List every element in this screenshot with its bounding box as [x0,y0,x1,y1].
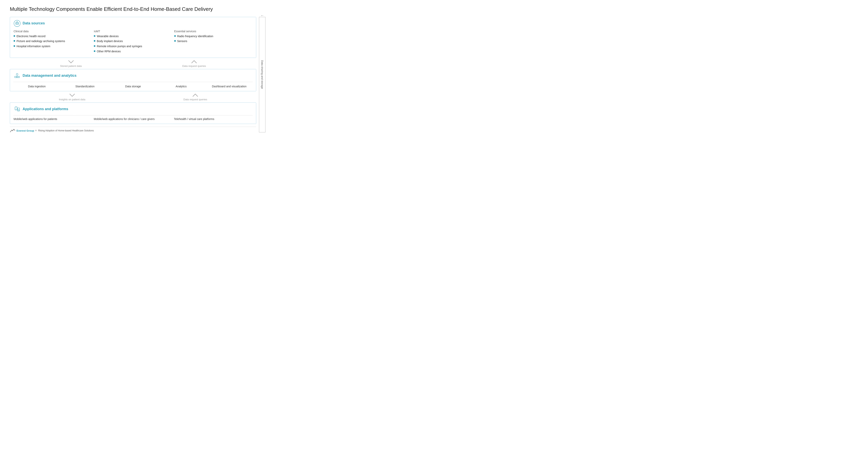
flow-2-left: Insights on patient data [59,93,85,101]
footer-logo: Everest Group® [10,129,37,132]
everest-group-logo-icon [10,129,16,132]
list-item: Body implant devices [94,39,172,43]
list-item: Other RPM devices [94,50,172,54]
dm-col-4: Analytics [158,84,205,88]
essential-services-list: Radio frequency identification Sensors [174,34,252,43]
flow-1-right: Data request queries [182,60,206,67]
chevron-down-icon [68,60,74,64]
data-sources-section: Data sources Clinical data Electronic he… [10,17,256,58]
left-content: Data sources Clinical data Electronic he… [10,17,256,132]
list-item: Picture and radiology archiving systems [13,39,92,43]
data-sources-grid: Clinical data Electronic health record P… [13,30,252,55]
list-item: Electronic health record [13,34,92,38]
bullet-icon [94,45,95,47]
dm-col-3: Data storage [110,84,156,88]
bullet-icon [174,35,176,37]
flow-2: Insights on patient data Data request qu… [10,91,256,102]
dm-col-1: Data ingestion [13,84,60,88]
list-item: Hospital information system [13,44,92,49]
svg-point-5 [17,21,18,22]
svg-point-7 [16,73,18,75]
footer: Everest Group® Rising Adoption of Home-b… [10,127,256,132]
flow-1: Stored patient data Data request queries [10,58,256,69]
clinical-data-column: Clinical data Electronic health record P… [13,30,92,55]
data-sources-header: Data sources [13,20,252,27]
applications-section: Applications and platforms Mobile/web ap… [10,102,256,124]
main-layout: Data sources Clinical data Electronic he… [10,17,266,132]
applications-grid: Mobile/web applications for patients Mob… [13,117,252,121]
footer-registered: ® [35,130,37,131]
app-item-2: Mobile/web applications for clinicians /… [94,117,173,121]
iomt-list: Wearable devices Body implant devices Re… [94,34,172,53]
footer-brand-name: Everest Group [17,129,34,132]
list-item: Radio frequency identification [174,34,252,38]
essential-services-title: Essential services [174,30,252,33]
dm-col-2: Standardization [62,84,108,88]
chevron-up-icon-2 [192,93,198,97]
iomt-title: IoMT [94,30,172,33]
bullet-icon [13,40,15,42]
app-item-1: Mobile/web applications for patients [13,117,92,121]
footer-text: Rising Adoption of Home-based Healthcare… [38,129,94,132]
flow-2-left-label: Insights on patient data [59,98,85,101]
clinical-data-title: Clinical data [13,30,92,33]
data-management-grid: Data ingestion Standardization Data stor… [13,84,252,88]
essential-services-column: Essential services Radio frequency ident… [174,30,252,55]
list-item: Sensors [174,39,252,43]
flow-2-right-label: Data request queries [183,98,207,101]
bullet-icon [13,45,15,47]
app-item-3: Telehealth / virtual care platforms [174,117,252,121]
iomt-column: IoMT Wearable devices Body implant devic… [94,30,172,55]
data-management-section: Data management and analytics Data inges… [10,69,256,91]
bullet-icon [13,35,15,37]
data-management-icon [13,72,21,79]
flow-2-right: Data request queries [183,93,207,101]
data-sources-icon [13,20,21,27]
chevron-up-icon [191,60,197,64]
list-item: Wearable devices [94,34,172,38]
applications-header: Applications and platforms [13,105,252,113]
clinical-data-list: Electronic health record Picture and rad… [13,34,92,49]
bullet-icon [94,35,95,37]
applications-icon [13,105,21,113]
page-title: Multiple Technology Components Enable Ef… [10,6,266,12]
flow-1-left: Stored patient data [60,60,82,67]
bullet-icon [174,40,176,42]
data-management-header: Data management and analytics [13,72,252,79]
dm-col-5: Dashboard and visualization [206,84,252,88]
right-label-data-sharing: Data sharing and storage [259,17,266,132]
chevron-down-icon-2 [69,93,75,97]
flow-1-right-label: Data request queries [182,64,206,67]
bullet-icon [94,40,95,42]
applications-title: Applications and platforms [23,107,68,111]
bullet-icon [94,50,95,52]
data-management-title: Data management and analytics [23,73,76,78]
data-sources-title: Data sources [23,21,45,25]
flow-1-left-label: Stored patient data [60,64,82,67]
svg-rect-12 [15,107,17,110]
list-item: Remote infusion pumps and syringes [94,44,172,49]
